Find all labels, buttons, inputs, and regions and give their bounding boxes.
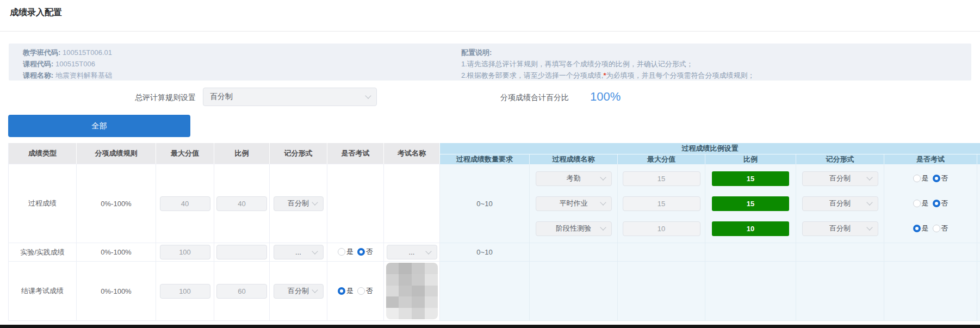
cell-process-quantity <box>440 262 530 321</box>
process-exam-radio-group[interactable]: 是否 <box>913 199 948 208</box>
is-exam-radio-group[interactable]: 是否 <box>338 247 373 257</box>
cell-max-score: 100 <box>156 243 214 262</box>
cell-max-score: 100 <box>156 262 214 321</box>
process-form-select[interactable]: 百分制 <box>802 171 878 186</box>
score-form-select[interactable]: 百分制 <box>274 196 324 211</box>
cell-score-form: ... <box>270 243 327 262</box>
cell-process-forms <box>796 262 884 321</box>
process-ratio-input[interactable]: 10 <box>712 221 789 236</box>
total-rule-value: 百分制 <box>210 92 233 102</box>
radio-no-icon[interactable] <box>933 175 940 182</box>
cell-item-rule: 0%-100% <box>77 262 156 321</box>
radio-no-label: 否 <box>366 286 373 296</box>
chevron-down-icon <box>425 248 431 254</box>
cell-process-max-scores <box>618 243 705 262</box>
cell-process-ratios: 15 15 10 <box>705 164 796 243</box>
process-form-value: 百分制 <box>829 174 851 183</box>
radio-yes-icon[interactable] <box>338 248 345 256</box>
cell-grade-type: 过程成绩 <box>9 164 77 243</box>
header-exam-name: 考试名称 <box>384 143 440 164</box>
radio-yes-label: 是 <box>346 286 353 296</box>
all-button[interactable]: 全部 <box>8 115 190 137</box>
cell-process-exams <box>884 243 977 262</box>
radio-yes-icon[interactable] <box>913 175 921 182</box>
radio-no-label: 否 <box>941 224 948 233</box>
chevron-down-icon <box>600 199 606 205</box>
cell-is-exam <box>327 164 384 243</box>
class-code-label: 教学班代码: <box>23 48 60 57</box>
cell-grade-type: 实验/实践成绩 <box>9 243 77 262</box>
sum-percentage-label: 分项成绩合计百分比 <box>500 93 569 103</box>
radio-no-icon[interactable] <box>357 287 365 295</box>
exam-name-select[interactable]: ... <box>387 245 437 259</box>
cell-max-score: 40 <box>156 164 214 243</box>
radio-no-icon[interactable] <box>933 225 940 232</box>
score-form-value: ... <box>295 248 301 256</box>
radio-yes-icon[interactable] <box>913 225 921 232</box>
cell-cut <box>977 243 980 262</box>
cell-is-exam: 是否 <box>327 262 384 321</box>
is-exam-radio-group[interactable]: 是否 <box>338 286 373 296</box>
header-score-form: 记分形式 <box>270 143 327 164</box>
process-form-select[interactable]: 百分制 <box>802 196 878 211</box>
radio-no-icon[interactable] <box>357 248 365 256</box>
subheader-process-name: 过程成绩名称 <box>530 154 618 164</box>
config-note-2-suffix: 为必填项，并且每个分项需符合分项成绩规则； <box>606 71 755 79</box>
max-score-input[interactable]: 100 <box>160 245 210 259</box>
process-exam-radio-group[interactable]: 是否 <box>913 174 948 183</box>
radio-no-icon[interactable] <box>933 200 940 207</box>
cell-process-ratios <box>705 262 796 321</box>
ratio-input[interactable]: 60 <box>216 284 267 299</box>
table-row-lab-grade: 实验/实践成绩 0%-100% 100 ... 是否 ... 0~10 <box>9 243 980 262</box>
page-title: 成绩录入配置 <box>10 7 62 18</box>
process-name-value: 阶段性测验 <box>556 224 591 233</box>
total-rule-label: 总评计算规则设置 <box>87 93 196 103</box>
process-exam-radio-group[interactable]: 是否 <box>913 224 948 233</box>
chevron-down-icon <box>312 199 318 205</box>
process-form-select[interactable]: 百分制 <box>802 221 878 236</box>
process-ratio-input[interactable]: 15 <box>712 196 789 211</box>
radio-yes-icon[interactable] <box>338 287 345 295</box>
process-name-value: 平时作业 <box>560 199 588 208</box>
header-process-section: 过程成绩比例设置 <box>440 143 980 154</box>
course-name-line: 课程名称: 地震资料解释基础 <box>23 70 112 81</box>
chevron-down-icon <box>365 92 371 98</box>
process-name-select[interactable]: 阶段性测验 <box>536 221 612 236</box>
ratio-input[interactable] <box>216 245 267 259</box>
cell-ratio: 60 <box>214 262 270 321</box>
cell-process-exams: 是否 是否 是否 <box>884 164 977 243</box>
max-score-input[interactable]: 40 <box>160 196 210 211</box>
subheader-process-quantity: 过程成绩数量要求 <box>440 154 530 164</box>
exam-name-value: ... <box>409 248 415 256</box>
process-name-select[interactable]: 平时作业 <box>536 196 612 211</box>
grade-config-table: 成绩类型 分项成绩规则 最大分值 比例 记分形式 是否考试 考试名称 过程成绩比… <box>8 143 980 321</box>
chevron-down-icon <box>866 199 872 205</box>
header-ratio: 比例 <box>214 143 270 164</box>
table-row-process-grade: 过程成绩 0%-100% 40 40 百分制 0~10 考勤 平时作业 阶段性测… <box>9 164 980 243</box>
score-form-select[interactable]: ... <box>274 245 324 259</box>
radio-yes-label: 是 <box>346 247 353 257</box>
total-rule-select[interactable]: 百分制 <box>203 88 377 106</box>
radio-yes-icon[interactable] <box>913 200 921 207</box>
cell-item-rule: 0%-100% <box>77 243 156 262</box>
cell-is-exam: 是否 <box>327 243 384 262</box>
class-code-value: 100515T006.01 <box>63 48 112 57</box>
process-max-input[interactable]: 15 <box>623 196 700 211</box>
process-max-input[interactable]: 15 <box>623 171 700 186</box>
sum-percentage-value: 100% <box>590 90 621 104</box>
process-max-input[interactable]: 10 <box>623 221 700 236</box>
subheader-process-ratio: 比例 <box>705 154 796 164</box>
cell-cut <box>977 262 980 321</box>
title-bar: 成绩录入配置 <box>0 0 980 32</box>
cell-process-quantity: 0~10 <box>440 164 530 243</box>
cell-grade-type: 结课考试成绩 <box>9 262 77 321</box>
process-name-select[interactable]: 考勤 <box>536 171 612 186</box>
score-form-select[interactable]: 百分制 <box>274 284 324 299</box>
ratio-input[interactable]: 40 <box>216 196 267 211</box>
process-ratio-input[interactable]: 15 <box>712 171 789 186</box>
course-code-line: 课程代码: 100515T006 <box>23 58 112 70</box>
table-row-final-exam-grade: 结课考试成绩 0%-100% 100 60 百分制 是否 <box>9 262 980 321</box>
cell-ratio: 40 <box>214 164 270 243</box>
max-score-input[interactable]: 100 <box>160 284 210 299</box>
process-form-value: 百分制 <box>829 224 851 233</box>
